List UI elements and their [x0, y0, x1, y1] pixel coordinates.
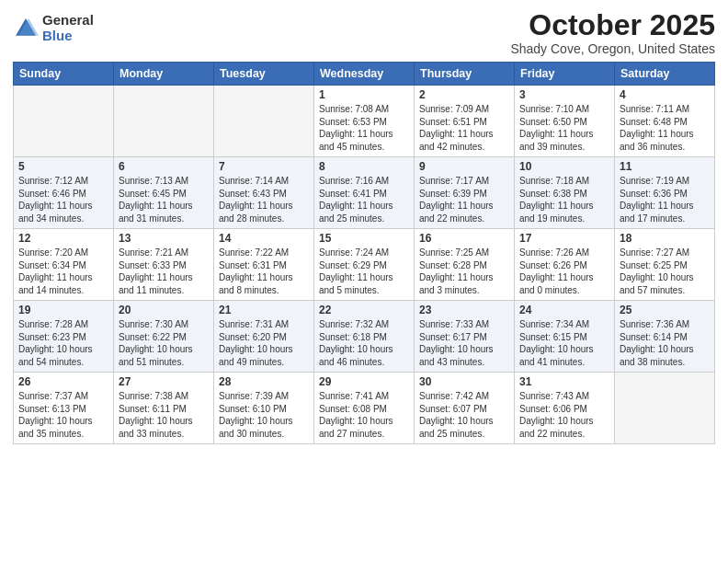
- calendar-cell: 5Sunrise: 7:12 AM Sunset: 6:46 PM Daylig…: [14, 157, 114, 229]
- calendar-cell: 25Sunrise: 7:36 AM Sunset: 6:14 PM Dayli…: [615, 301, 715, 373]
- day-number: 30: [419, 375, 509, 388]
- day-info: Sunrise: 7:31 AM Sunset: 6:20 PM Dayligh…: [219, 318, 309, 368]
- calendar-cell: 7Sunrise: 7:14 AM Sunset: 6:43 PM Daylig…: [214, 157, 314, 229]
- header: General Blue October 2025 Shady Cove, Or…: [13, 9, 715, 56]
- day-info: Sunrise: 7:34 AM Sunset: 6:15 PM Dayligh…: [519, 318, 609, 368]
- day-info: Sunrise: 7:30 AM Sunset: 6:22 PM Dayligh…: [119, 318, 209, 368]
- logo-general: General: [42, 13, 94, 29]
- calendar-cell: 24Sunrise: 7:34 AM Sunset: 6:15 PM Dayli…: [515, 301, 615, 373]
- day-info: Sunrise: 7:25 AM Sunset: 6:28 PM Dayligh…: [419, 247, 509, 296]
- calendar-week-row: 5Sunrise: 7:12 AM Sunset: 6:46 PM Daylig…: [14, 157, 715, 229]
- day-info: Sunrise: 7:20 AM Sunset: 6:34 PM Dayligh…: [18, 247, 108, 296]
- day-number: 2: [419, 88, 509, 101]
- day-info: Sunrise: 7:24 AM Sunset: 6:29 PM Dayligh…: [319, 247, 409, 296]
- day-number: 1: [319, 88, 409, 101]
- day-info: Sunrise: 7:33 AM Sunset: 6:17 PM Dayligh…: [419, 318, 509, 368]
- day-number: 15: [319, 232, 409, 245]
- day-number: 24: [519, 304, 609, 316]
- calendar-cell: 3Sunrise: 7:10 AM Sunset: 6:50 PM Daylig…: [515, 86, 615, 157]
- calendar-cell: 19Sunrise: 7:28 AM Sunset: 6:23 PM Dayli…: [14, 301, 114, 373]
- calendar-cell: 6Sunrise: 7:13 AM Sunset: 6:45 PM Daylig…: [114, 157, 214, 229]
- day-info: Sunrise: 7:36 AM Sunset: 6:14 PM Dayligh…: [620, 318, 710, 368]
- logo-icon: [13, 16, 39, 41]
- calendar-header-thursday: Thursday: [415, 63, 515, 86]
- calendar-week-row: 26Sunrise: 7:37 AM Sunset: 6:13 PM Dayli…: [14, 373, 715, 444]
- location-subtitle: Shady Cove, Oregon, United States: [510, 41, 715, 56]
- day-info: Sunrise: 7:12 AM Sunset: 6:46 PM Dayligh…: [18, 175, 108, 224]
- day-info: Sunrise: 7:17 AM Sunset: 6:39 PM Dayligh…: [419, 175, 509, 224]
- day-info: Sunrise: 7:32 AM Sunset: 6:18 PM Dayligh…: [319, 318, 409, 368]
- day-info: Sunrise: 7:08 AM Sunset: 6:53 PM Dayligh…: [319, 103, 409, 153]
- logo-text: General Blue: [42, 13, 94, 43]
- day-info: Sunrise: 7:09 AM Sunset: 6:51 PM Dayligh…: [419, 103, 509, 153]
- calendar-cell: 30Sunrise: 7:42 AM Sunset: 6:07 PM Dayli…: [415, 373, 515, 444]
- calendar-header-row: SundayMondayTuesdayWednesdayThursdayFrid…: [14, 63, 715, 86]
- calendar-cell: 21Sunrise: 7:31 AM Sunset: 6:20 PM Dayli…: [214, 301, 314, 373]
- calendar-cell: 8Sunrise: 7:16 AM Sunset: 6:41 PM Daylig…: [314, 157, 415, 229]
- day-info: Sunrise: 7:38 AM Sunset: 6:11 PM Dayligh…: [119, 390, 209, 440]
- calendar-cell: 31Sunrise: 7:43 AM Sunset: 6:06 PM Dayli…: [515, 373, 615, 444]
- day-number: 29: [319, 375, 409, 388]
- day-number: 4: [620, 88, 710, 101]
- day-number: 28: [219, 375, 309, 388]
- calendar-table: SundayMondayTuesdayWednesdayThursdayFrid…: [13, 62, 715, 444]
- calendar-cell: 10Sunrise: 7:18 AM Sunset: 6:38 PM Dayli…: [515, 157, 615, 229]
- day-number: 3: [519, 88, 609, 101]
- logo-blue: Blue: [42, 29, 94, 44]
- day-info: Sunrise: 7:13 AM Sunset: 6:45 PM Dayligh…: [119, 175, 209, 224]
- day-number: 13: [119, 232, 209, 245]
- day-info: Sunrise: 7:41 AM Sunset: 6:08 PM Dayligh…: [319, 390, 409, 440]
- title-block: October 2025 Shady Cove, Oregon, United …: [510, 9, 715, 56]
- day-number: 8: [319, 160, 409, 173]
- calendar-cell: 18Sunrise: 7:27 AM Sunset: 6:25 PM Dayli…: [615, 229, 715, 301]
- day-info: Sunrise: 7:10 AM Sunset: 6:50 PM Dayligh…: [519, 103, 609, 153]
- day-info: Sunrise: 7:28 AM Sunset: 6:23 PM Dayligh…: [18, 318, 108, 368]
- calendar-cell: 12Sunrise: 7:20 AM Sunset: 6:34 PM Dayli…: [14, 229, 114, 301]
- calendar-header-sunday: Sunday: [14, 63, 114, 86]
- day-number: 9: [419, 160, 509, 173]
- day-number: 10: [519, 160, 609, 173]
- calendar-cell: 26Sunrise: 7:37 AM Sunset: 6:13 PM Dayli…: [14, 373, 114, 444]
- day-info: Sunrise: 7:42 AM Sunset: 6:07 PM Dayligh…: [419, 390, 509, 440]
- day-info: Sunrise: 7:16 AM Sunset: 6:41 PM Dayligh…: [319, 175, 409, 224]
- calendar-cell: 13Sunrise: 7:21 AM Sunset: 6:33 PM Dayli…: [114, 229, 214, 301]
- day-number: 19: [18, 304, 108, 316]
- day-number: 20: [119, 304, 209, 316]
- calendar-cell: 17Sunrise: 7:26 AM Sunset: 6:26 PM Dayli…: [515, 229, 615, 301]
- day-info: Sunrise: 7:37 AM Sunset: 6:13 PM Dayligh…: [18, 390, 108, 440]
- calendar-cell: 1Sunrise: 7:08 AM Sunset: 6:53 PM Daylig…: [314, 86, 415, 157]
- calendar-header-tuesday: Tuesday: [214, 63, 314, 86]
- calendar-cell: 4Sunrise: 7:11 AM Sunset: 6:48 PM Daylig…: [615, 86, 715, 157]
- day-info: Sunrise: 7:27 AM Sunset: 6:25 PM Dayligh…: [620, 247, 710, 296]
- page: General Blue October 2025 Shady Cove, Or…: [0, 0, 728, 563]
- day-number: 27: [119, 375, 209, 388]
- day-number: 25: [620, 304, 710, 316]
- calendar-header-friday: Friday: [515, 63, 615, 86]
- calendar-cell: 15Sunrise: 7:24 AM Sunset: 6:29 PM Dayli…: [314, 229, 415, 301]
- calendar-cell: 2Sunrise: 7:09 AM Sunset: 6:51 PM Daylig…: [415, 86, 515, 157]
- calendar-header-monday: Monday: [114, 63, 214, 86]
- day-number: 21: [219, 304, 309, 316]
- day-info: Sunrise: 7:43 AM Sunset: 6:06 PM Dayligh…: [519, 390, 609, 440]
- calendar-cell: 9Sunrise: 7:17 AM Sunset: 6:39 PM Daylig…: [415, 157, 515, 229]
- calendar-cell: [14, 86, 114, 157]
- day-info: Sunrise: 7:26 AM Sunset: 6:26 PM Dayligh…: [519, 247, 609, 296]
- calendar-cell: 29Sunrise: 7:41 AM Sunset: 6:08 PM Dayli…: [314, 373, 415, 444]
- day-number: 31: [519, 375, 609, 388]
- calendar-cell: 28Sunrise: 7:39 AM Sunset: 6:10 PM Dayli…: [214, 373, 314, 444]
- calendar-cell: [114, 86, 214, 157]
- logo: General Blue: [13, 13, 94, 43]
- calendar-cell: [214, 86, 314, 157]
- calendar-cell: 20Sunrise: 7:30 AM Sunset: 6:22 PM Dayli…: [114, 301, 214, 373]
- day-info: Sunrise: 7:14 AM Sunset: 6:43 PM Dayligh…: [219, 175, 309, 224]
- calendar-week-row: 19Sunrise: 7:28 AM Sunset: 6:23 PM Dayli…: [14, 301, 715, 373]
- calendar-cell: 23Sunrise: 7:33 AM Sunset: 6:17 PM Dayli…: [415, 301, 515, 373]
- day-number: 23: [419, 304, 509, 316]
- calendar-week-row: 1Sunrise: 7:08 AM Sunset: 6:53 PM Daylig…: [14, 86, 715, 157]
- day-info: Sunrise: 7:18 AM Sunset: 6:38 PM Dayligh…: [519, 175, 609, 224]
- calendar-cell: 14Sunrise: 7:22 AM Sunset: 6:31 PM Dayli…: [214, 229, 314, 301]
- day-info: Sunrise: 7:39 AM Sunset: 6:10 PM Dayligh…: [219, 390, 309, 440]
- month-title: October 2025: [510, 9, 715, 41]
- calendar-header-wednesday: Wednesday: [314, 63, 415, 86]
- calendar-week-row: 12Sunrise: 7:20 AM Sunset: 6:34 PM Dayli…: [14, 229, 715, 301]
